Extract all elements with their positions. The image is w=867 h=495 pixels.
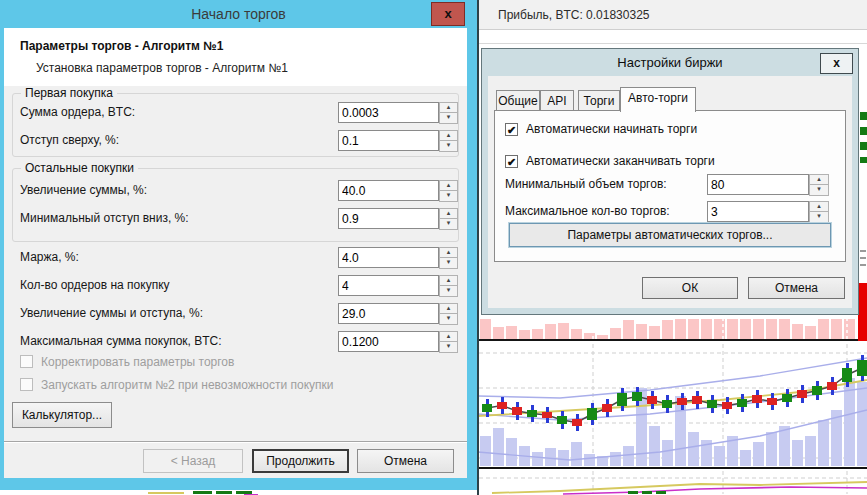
checkmark-icon: ✔ [507, 156, 516, 168]
checkbox-label: Корректировать параметры торгов [41, 353, 234, 372]
window-edge-divider [477, 0, 479, 495]
min-volume-stepper: ▴ ▾ [809, 174, 827, 195]
order-sum-input[interactable] [338, 102, 439, 123]
wizard-header: Параметры торгов - Алгоритм №1 Установка… [4, 28, 467, 86]
orders-count-stepper: ▴ ▾ [439, 275, 456, 296]
tab-auto-trades[interactable]: Авто-торги [620, 87, 696, 112]
start-trading-dialog: Начало торгов x Параметры торгов - Алгор… [0, 0, 477, 490]
checkbox-adjust-params [20, 355, 33, 368]
margin-input[interactable] [338, 247, 439, 268]
calculator-button[interactable]: Калькулятор... [12, 402, 112, 428]
checkbox-label: Автоматически начинать торги [526, 122, 697, 137]
order-sum-stepper: ▴ ▾ [439, 102, 456, 123]
margin-stepper: ▴ ▾ [439, 247, 456, 268]
spinner-down-icon[interactable]: ▾ [809, 184, 829, 196]
checkbox-label: Запускать алгоритм №2 при невозможности … [41, 376, 334, 395]
min-down-offset-label: Минимальный отступ вниз, %: [20, 209, 189, 228]
tab-trades[interactable]: Торги [578, 90, 620, 111]
close-icon[interactable]: x [820, 53, 853, 74]
sum-offset-increase-stepper: ▴ ▾ [439, 303, 456, 324]
spinner-down-icon[interactable]: ▾ [439, 140, 458, 152]
min-down-offset-input[interactable] [338, 208, 439, 229]
max-purchase-sum-stepper: ▴ ▾ [439, 331, 456, 352]
tab-page-auto-trades: ✔ Автоматически начинать торги ✔ Автомат… [494, 110, 846, 262]
sum-increase-label: Увеличение суммы, %: [20, 181, 147, 200]
spinner-down-icon[interactable]: ▾ [809, 211, 829, 223]
checkbox-auto-stop[interactable]: ✔ [505, 155, 518, 168]
close-icon[interactable]: x [431, 2, 465, 26]
wizard-subtitle: Установка параметров торгов - Алгоритм №… [36, 61, 288, 75]
checkbox-label: Автоматически заканчивать торги [526, 154, 715, 169]
cancel-button[interactable]: Отмена [748, 277, 845, 299]
sum-offset-increase-input[interactable] [338, 303, 439, 324]
tab-api[interactable]: API [540, 90, 574, 111]
sum-increase-stepper: ▴ ▾ [439, 180, 456, 201]
background-divider [479, 43, 867, 44]
max-trades-label: Максимальное кол-во торгов: [505, 201, 670, 222]
min-volume-label: Минимальный объем торгов: [505, 174, 667, 195]
footer-divider [4, 441, 467, 442]
min-down-offset-stepper: ▴ ▾ [439, 208, 456, 229]
orders-count-label: Кол-во ордеров на покупку [20, 276, 170, 295]
back-button: < Назад [143, 449, 243, 473]
spinner-down-icon[interactable]: ▾ [439, 313, 458, 325]
exchange-settings-dialog: Настройки биржи x Общие API Торги Авто-т… [481, 48, 859, 315]
max-trades-stepper: ▴ ▾ [809, 201, 827, 222]
checkbox-auto-start[interactable]: ✔ [505, 123, 518, 136]
auto-trade-params-button[interactable]: Параметры автоматических торгов... [509, 223, 831, 247]
spinner-down-icon[interactable]: ▾ [439, 190, 458, 202]
top-offset-stepper: ▴ ▾ [439, 130, 456, 151]
orders-count-input[interactable] [338, 275, 439, 296]
dialog-body: Параметры торгов - Алгоритм №1 Установка… [4, 28, 467, 478]
cancel-button[interactable]: Отмена [357, 449, 454, 473]
dialog-title: Настройки биржи [482, 49, 858, 75]
top-offset-label: Отступ сверху, %: [20, 131, 119, 150]
max-purchase-sum-label: Максимальная сумма покупок, BTC: [20, 332, 222, 351]
sum-increase-input[interactable] [338, 180, 439, 201]
sum-offset-increase-label: Увеличение суммы и отступа, %: [20, 304, 203, 323]
order-sum-label: Сумма ордера, BTC: [20, 103, 135, 122]
ok-button[interactable]: ОК [642, 277, 738, 299]
group-label: Первая покупка [21, 86, 117, 100]
spinner-down-icon[interactable]: ▾ [439, 341, 458, 353]
group-label: Остальные покупки [21, 161, 138, 175]
continue-button[interactable]: Продолжить [252, 449, 349, 473]
checkmark-icon: ✔ [507, 124, 516, 136]
spinner-down-icon[interactable]: ▾ [439, 218, 458, 230]
tab-general[interactable]: Общие [496, 90, 540, 111]
spinner-down-icon[interactable]: ▾ [439, 257, 458, 269]
profit-status-bar: Прибыль, BTC: 0.01830325 [479, 0, 867, 30]
max-trades-input[interactable] [707, 201, 809, 222]
checkbox-run-algo2 [20, 378, 33, 391]
spinner-down-icon[interactable]: ▾ [439, 112, 458, 124]
dialog-title: Начало торгов [0, 0, 477, 28]
spinner-down-icon[interactable]: ▾ [439, 285, 458, 297]
dialog-body: Общие API Торги Авто-торги ✔ Автоматичес… [488, 76, 852, 308]
top-offset-input[interactable] [338, 130, 439, 151]
margin-label: Маржа, %: [20, 248, 79, 267]
min-volume-input[interactable] [707, 174, 809, 195]
max-purchase-sum-input[interactable] [338, 331, 439, 352]
wizard-title: Параметры торгов - Алгоритм №1 [20, 39, 223, 53]
